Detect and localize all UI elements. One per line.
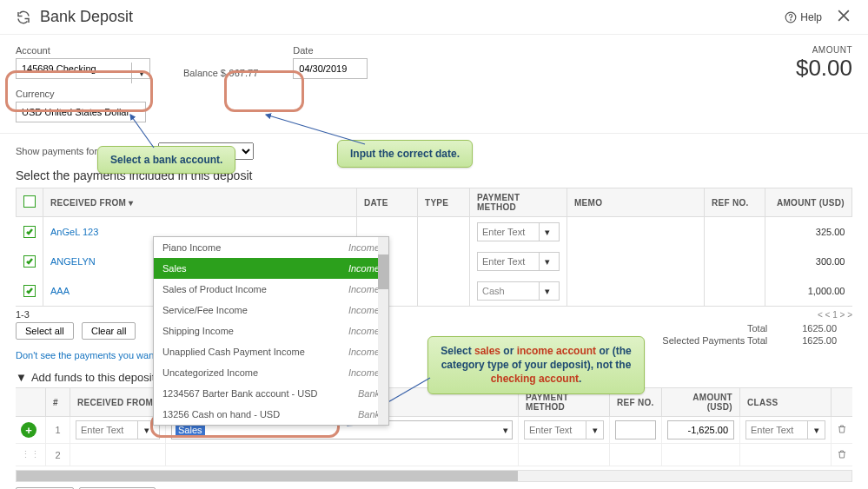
payment-row: AnGeL 123 ▾ 325.00 [17,217,852,248]
sel-total-value: 1625.00 [802,335,837,346]
class-input[interactable]: ▾ [745,420,825,439]
refresh-icon[interactable] [16,10,31,25]
top-fields: Account ▾ Balance $-967.77 Date AMOUNT $… [0,35,868,85]
account-label: Account [16,45,150,56]
received-from-link[interactable]: AnGeL 123 [50,227,98,237]
payment-row: AAA ▾ 1,000.00 [17,276,852,306]
col-received-from[interactable]: RECEIVED FROM ▾ [43,188,357,217]
date-input[interactable] [293,58,368,79]
col-type[interactable]: TYPE [417,188,469,217]
method-input2[interactable]: ▾ [524,420,604,439]
row-amount: 325.00 [765,217,852,248]
dd-scrollbar[interactable] [378,237,388,425]
dd-option[interactable]: 1234567 Barter Bank account - USDBank [154,383,388,404]
dd-option[interactable]: Unapplied Cash Payment IncomeIncome [154,341,388,362]
row-amount: 300.00 [765,247,852,276]
amount-label: AMOUNT [796,45,852,55]
col-amount2: AMOUNT (USD) [662,388,740,417]
dd-option[interactable]: Sales of Product IncomeIncome [154,279,388,300]
row-range: 1-3 [16,309,30,320]
dd-option[interactable]: Uncategorized IncomeIncome [154,362,388,383]
dd-option[interactable]: Piano IncomeIncome [154,237,388,258]
currency-label: Currency [16,89,146,99]
callout-bank-account: Select a bank account. [97,146,235,174]
date-label: Date [293,45,368,56]
row-num: 1 [46,417,70,444]
col-method[interactable]: PAYMENT METHOD [469,188,567,217]
received-from-link[interactable]: AAA [50,286,70,296]
payment-row: ANGELYN ▾ 300.00 [17,247,852,276]
col-date[interactable]: DATE [356,188,417,217]
clear-all-button[interactable]: Clear all [82,322,136,340]
callout-date: Input the correct date. [337,140,473,168]
amount-input[interactable] [667,420,734,439]
total-value: 1625.00 [802,323,837,334]
from-input[interactable]: ▾ [76,420,160,439]
balance-value: $-967.77 [221,68,258,78]
amount-display: AMOUNT $0.00 [796,45,852,82]
dd-option[interactable]: Shipping IncomeIncome [154,320,388,341]
col-memo[interactable]: MEMO [567,188,704,217]
dd-option[interactable]: Service/Fee IncomeIncome [154,300,388,320]
svg-point-1 [791,19,792,20]
amount-value: $0.00 [796,55,852,82]
col-ref[interactable]: REF NO. [705,188,765,217]
delete-row-icon[interactable] [832,444,853,466]
delete-row-icon[interactable] [832,417,853,444]
account-dropdown-panel: Piano IncomeIncomeSalesIncomeSales of Pr… [153,236,389,426]
received-from-link[interactable]: ANGELYN [50,256,96,267]
row-checkbox[interactable] [23,255,36,268]
method-input[interactable]: ▾ [477,281,560,301]
add-row-button[interactable]: + [21,422,36,438]
close-icon[interactable] [835,7,852,27]
add-funds-row: + 1 ▾ Sales▾ ▾ ▾ [16,417,852,444]
col-from: RECEIVED FROM [70,388,166,417]
row-num: 2 [46,444,70,466]
col-class: CLASS [740,388,832,417]
sel-total-label: Selected Payments Total [662,335,767,346]
payments-table: RECEIVED FROM ▾ DATE TYPE PAYMENT METHOD… [16,188,852,306]
currency-select[interactable] [16,102,146,122]
balance-label: Balance [183,68,218,78]
add-funds-table: # RECEIVED FROM ACCOUNT PAYMENT METHOD R… [16,387,852,466]
row-handle[interactable]: ⋮⋮ [16,444,46,466]
page-header: Bank Deposit Help [0,0,868,35]
col-amount[interactable]: AMOUNT (USD) [765,188,852,217]
total-label: Total [747,323,767,334]
dd-option[interactable]: 13256 Cash on hand - USDBank [154,404,388,425]
help-button[interactable]: Help [785,11,822,23]
dd-option[interactable]: SalesIncome [154,258,388,279]
account-dd-arrow[interactable]: ▾ [131,63,150,83]
col-checkbox[interactable] [17,188,43,217]
help-label: Help [800,11,822,23]
balance-display: Balance $-967.77 [183,68,258,82]
row-amount: 1,000.00 [765,276,852,306]
row-checkbox[interactable] [23,285,36,297]
add-funds-row: ⋮⋮ 2 [16,444,852,466]
pager[interactable]: < < 1 > > [818,310,852,320]
callout-select-account-type: Select sales or income account or (the c… [427,336,645,394]
horizontal-scrollbar[interactable] [16,470,852,482]
account-select[interactable] [16,58,150,79]
row-checkbox[interactable] [23,226,36,238]
page-title: Bank Deposit [40,8,785,26]
ref-input[interactable] [615,420,656,439]
select-all-button[interactable]: Select all [16,322,74,340]
method-input[interactable]: ▾ [477,252,560,271]
method-input[interactable]: ▾ [477,222,560,241]
col-num: # [46,388,70,417]
